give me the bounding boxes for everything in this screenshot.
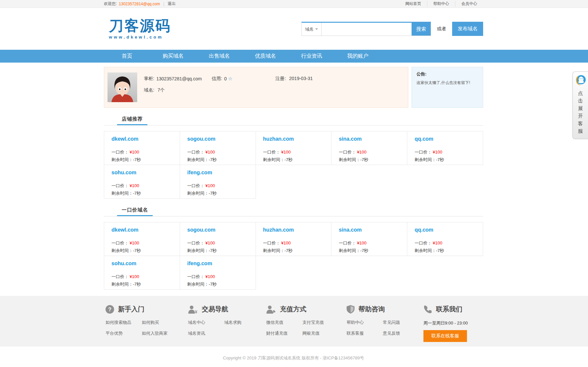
time-line: 剩余时间：-7秒 — [415, 157, 480, 163]
domain-card[interactable]: sina.com 一口价：¥100 剩余时间：-7秒 — [331, 222, 407, 256]
footer-link[interactable]: 联系客服 — [347, 330, 383, 336]
price-value: ¥100 — [281, 150, 291, 155]
nav-items: 首页购买域名出售域名优质域名行业资讯我的账户 — [104, 50, 483, 63]
domain-card[interactable]: sina.com 一口价：¥100 剩余时间：-7秒 — [331, 131, 407, 165]
time-label: 剩余时间： — [339, 157, 360, 162]
domain-card[interactable]: ifeng.com 一口价：¥100 剩余时间：-7秒 — [180, 256, 256, 290]
nav-item[interactable]: 优质域名 — [242, 50, 289, 63]
nav-item[interactable]: 出售域名 — [196, 50, 242, 63]
question-icon: ? — [106, 305, 114, 314]
search-button[interactable]: 搜索 — [412, 23, 431, 36]
domain-link[interactable]: qq.com — [415, 136, 480, 142]
domain-card[interactable]: qq.com 一口价：¥100 剩余时间：-7秒 — [407, 222, 483, 256]
time-value: -7秒 — [209, 248, 217, 253]
footer-col-recharge: 充值方式 微信充值支付宝充值财付通充值网银充值 — [264, 305, 345, 342]
logout-link[interactable]: 退出 — [168, 1, 175, 7]
domain-card[interactable]: dkewl.com 一口价：¥100 剩余时间：-7秒 — [104, 131, 180, 165]
search-input[interactable] — [322, 23, 412, 36]
domain-link[interactable]: sohu.com — [111, 170, 176, 176]
domain-link[interactable]: sohu.com — [111, 261, 176, 267]
user-email-link[interactable]: 13023572814@qq.com — [119, 2, 160, 6]
nav-item[interactable]: 首页 — [104, 50, 150, 63]
domain-card[interactable]: sogou.com 一口价：¥100 剩余时间：-7秒 — [180, 222, 256, 256]
time-value: -7秒 — [360, 248, 368, 253]
footer-link[interactable]: 帮助中心 — [347, 320, 383, 325]
price-line: 一口价：¥100 — [111, 240, 176, 246]
topbar-link[interactable]: 网站首页 — [399, 1, 427, 7]
domain-card[interactable]: sohu.com 一口价：¥100 剩余时间：-7秒 — [104, 256, 180, 290]
domain-link[interactable]: dkewl.com — [111, 136, 176, 142]
nav-item[interactable]: 我的账户 — [335, 50, 381, 63]
footer-link[interactable]: 域名中心 — [188, 320, 224, 325]
domain-link[interactable]: ifeng.com — [187, 170, 252, 176]
domain-link[interactable]: sina.com — [339, 227, 404, 233]
time-label: 剩余时间： — [111, 248, 133, 253]
tab-shop-recommend[interactable]: 店铺推荐 — [117, 114, 147, 125]
price-label: 一口价： — [339, 240, 356, 245]
footer-link[interactable]: 域名资讯 — [188, 330, 224, 336]
price-value: ¥100 — [130, 240, 139, 245]
publish-domain-button[interactable]: 发布域名 — [452, 22, 483, 36]
contact-service-button[interactable]: 联系在线客服 — [423, 330, 467, 342]
domain-card[interactable]: sogou.com 一口价：¥100 剩余时间：-7秒 — [180, 131, 256, 165]
domains-label: 域名: — [144, 87, 154, 93]
domain-link[interactable]: sina.com — [339, 136, 404, 142]
main-nav: 首页购买域名出售域名优质域名行业资讯我的账户 — [0, 50, 588, 63]
domain-card[interactable]: huzhan.com 一口价：¥100 剩余时间：-7秒 — [256, 222, 332, 256]
footer-link[interactable]: 如何购买 — [142, 320, 186, 325]
domain-link[interactable]: sogou.com — [187, 136, 252, 142]
tab-fixed-price[interactable]: 一口价域名 — [117, 205, 153, 216]
time-value: -7秒 — [209, 282, 217, 287]
time-line: 剩余时间：-7秒 — [187, 190, 252, 196]
shop-recommend-grid: dkewl.com 一口价：¥100 剩余时间：-7秒 sogou.com 一口… — [104, 131, 483, 199]
domains-count: 7个 — [158, 87, 165, 93]
footer-link[interactable]: 财付通充值 — [266, 330, 302, 336]
price-line: 一口价：¥100 — [415, 240, 480, 246]
footer-link[interactable]: 网银充值 — [302, 330, 345, 336]
customer-service-widget[interactable]: 点击展开客服 — [573, 71, 588, 139]
footer-link[interactable]: 常见问题 — [383, 320, 422, 325]
site-logo[interactable]: 刀客源码 www.dkewl.com — [109, 18, 171, 40]
price-label: 一口价： — [111, 183, 129, 188]
footer-link[interactable]: 支付宝充值 — [302, 320, 345, 325]
domain-link[interactable]: qq.com — [415, 227, 480, 233]
time-line: 剩余时间：-7秒 — [263, 157, 328, 163]
domain-link[interactable]: ifeng.com — [187, 261, 252, 267]
logo-subtitle: www.dkewl.com — [109, 35, 171, 40]
time-line: 剩余时间：-7秒 — [111, 190, 176, 196]
domain-link[interactable]: huzhan.com — [263, 227, 328, 233]
time-line: 剩余时间：-7秒 — [187, 248, 252, 254]
time-value: -7秒 — [285, 157, 293, 162]
price-label: 一口价： — [415, 240, 432, 245]
topbar-links: 网站首页帮助中心会员中心 — [399, 1, 483, 7]
nav-item[interactable]: 行业资讯 — [289, 50, 335, 63]
trade-person-icon: ¥ — [188, 305, 198, 314]
domain-card[interactable]: sohu.com 一口价：¥100 剩余时间：-7秒 — [104, 165, 180, 199]
welcome-label: 欢迎您: — [104, 1, 117, 7]
price-line: 一口价：¥100 — [187, 183, 252, 189]
time-value: -7秒 — [285, 248, 293, 253]
time-label: 剩余时间： — [263, 248, 285, 253]
search-category-select[interactable]: 域名 — [302, 23, 322, 36]
domain-card[interactable]: huzhan.com 一口价：¥100 剩余时间：-7秒 — [256, 131, 332, 165]
domain-card[interactable]: qq.com 一口价：¥100 剩余时间：-7秒 — [407, 131, 483, 165]
time-value: -7秒 — [436, 248, 444, 253]
topbar-link[interactable]: 帮助中心 — [427, 1, 455, 7]
footer-link[interactable]: 微信充值 — [266, 320, 302, 325]
footer-link[interactable]: 如何入驻商家 — [142, 330, 186, 336]
footer-link[interactable]: 意见反馈 — [383, 330, 422, 336]
chevron-down-icon — [315, 28, 318, 30]
domain-card[interactable]: ifeng.com 一口价：¥100 剩余时间：-7秒 — [180, 165, 256, 199]
price-label: 一口价： — [187, 240, 204, 245]
domain-link[interactable]: huzhan.com — [263, 136, 328, 142]
topbar-link[interactable]: 会员中心 — [455, 1, 483, 7]
price-line: 一口价：¥100 — [111, 274, 176, 280]
footer-link[interactable]: 如何搜索物品 — [106, 320, 142, 325]
footer-link[interactable]: 平台优势 — [106, 330, 142, 336]
domain-card[interactable]: dkewl.com 一口价：¥100 剩余时间：-7秒 — [104, 222, 180, 256]
price-value: ¥100 — [205, 240, 215, 245]
nav-item[interactable]: 购买域名 — [150, 50, 196, 63]
domain-link[interactable]: dkewl.com — [111, 227, 176, 233]
domain-link[interactable]: sogou.com — [187, 227, 252, 233]
footer-link[interactable]: 域名求购 — [224, 320, 264, 325]
